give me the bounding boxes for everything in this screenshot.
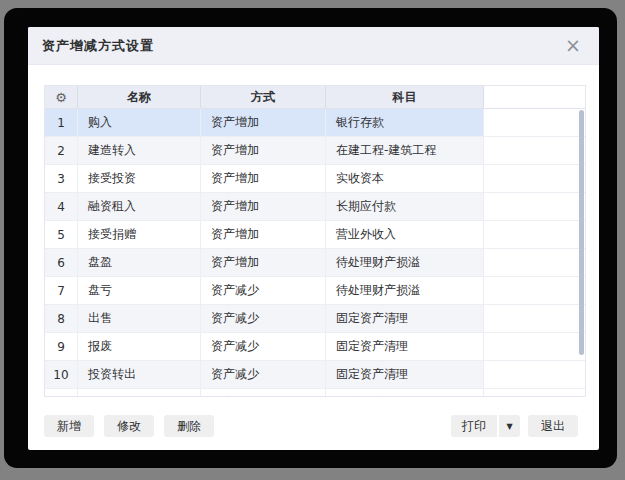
asset-method-table: ⚙ 名称 方式 科目 1 购入 资产增加 银行存款 2 建造转入 资产增加 在建… bbox=[44, 85, 586, 397]
cell-subject: 固定资产清理 bbox=[326, 305, 484, 332]
cell-name: 盘盈 bbox=[78, 249, 201, 276]
cell-filler bbox=[484, 361, 585, 388]
row-number: 11 bbox=[45, 389, 78, 397]
column-header-method: 方式 bbox=[201, 86, 326, 108]
exit-button[interactable]: 退出 bbox=[528, 415, 578, 437]
row-number: 5 bbox=[45, 221, 78, 248]
footer-left-buttons: 新增 修改 删除 bbox=[44, 415, 214, 437]
cell-filler bbox=[484, 277, 585, 304]
chevron-down-icon: ▼ bbox=[506, 422, 512, 431]
cell-method: 资产减少 bbox=[201, 277, 326, 304]
cell-subject: 固定资产清理 bbox=[326, 333, 484, 360]
table-row[interactable]: 5 接受捐赠 资产增加 营业外收入 bbox=[45, 221, 585, 249]
print-button[interactable]: 打印 bbox=[451, 415, 497, 437]
column-settings-button[interactable]: ⚙ bbox=[45, 86, 78, 108]
table-row[interactable]: 10 投资转出 资产减少 固定资产清理 bbox=[45, 361, 585, 389]
row-number: 10 bbox=[45, 361, 78, 388]
row-number: 1 bbox=[45, 109, 78, 136]
cell-name: 建造转入 bbox=[78, 137, 201, 164]
delete-button[interactable]: 删除 bbox=[164, 415, 214, 437]
cell-subject: 待处理财产损溢 bbox=[326, 249, 484, 276]
row-number: 2 bbox=[45, 137, 78, 164]
cell-filler bbox=[484, 305, 585, 332]
cell-name: 对外捐赠 bbox=[78, 389, 201, 397]
cell-filler bbox=[484, 165, 585, 192]
cell-filler bbox=[484, 109, 585, 136]
cell-method: 资产增加 bbox=[201, 109, 326, 136]
cell-filler bbox=[484, 221, 585, 248]
cell-method: 资产增加 bbox=[201, 137, 326, 164]
cell-method: 资产增加 bbox=[201, 249, 326, 276]
cell-method: 资产减少 bbox=[201, 389, 326, 397]
cell-subject: 长期应付款 bbox=[326, 193, 484, 220]
dialog-footer: 新增 修改 删除 打印 ▼ 退出 bbox=[28, 413, 599, 439]
vertical-scrollbar-thumb[interactable] bbox=[579, 110, 584, 355]
table-row[interactable]: 1 购入 资产增加 银行存款 bbox=[45, 109, 585, 137]
screen: { "dialog": { "title": "资产增减方式设置" }, "ic… bbox=[0, 0, 625, 480]
cell-filler bbox=[484, 249, 585, 276]
cell-method: 资产减少 bbox=[201, 305, 326, 332]
cell-subject: 固定资产清理 bbox=[326, 361, 484, 388]
row-number: 3 bbox=[45, 165, 78, 192]
close-icon[interactable]: × bbox=[561, 34, 585, 57]
table-row[interactable]: 11 对外捐赠 资产减少 固定资产清理 bbox=[45, 389, 585, 397]
asset-method-settings-dialog: 资产增减方式设置 × ⚙ 名称 方式 科目 1 购入 资产增加 银行存款 2 建… bbox=[28, 27, 599, 450]
table-row[interactable]: 6 盘盈 资产增加 待处理财产损溢 bbox=[45, 249, 585, 277]
cell-filler bbox=[484, 137, 585, 164]
print-split-button: 打印 ▼ bbox=[451, 415, 520, 437]
cell-method: 资产减少 bbox=[201, 333, 326, 360]
row-number: 8 bbox=[45, 305, 78, 332]
gear-icon: ⚙ bbox=[55, 91, 67, 104]
cell-filler bbox=[484, 389, 585, 397]
cell-subject: 银行存款 bbox=[326, 109, 484, 136]
modify-button[interactable]: 修改 bbox=[104, 415, 154, 437]
table-row[interactable]: 7 盘亏 资产减少 待处理财产损溢 bbox=[45, 277, 585, 305]
cell-method: 资产增加 bbox=[201, 221, 326, 248]
cell-name: 出售 bbox=[78, 305, 201, 332]
footer-right-buttons: 打印 ▼ 退出 bbox=[451, 415, 578, 437]
table-body: 1 购入 资产增加 银行存款 2 建造转入 资产增加 在建工程-建筑工程 3 接… bbox=[45, 109, 585, 397]
row-number: 6 bbox=[45, 249, 78, 276]
cell-name: 融资租入 bbox=[78, 193, 201, 220]
column-header-filler bbox=[484, 86, 585, 108]
cell-name: 接受投资 bbox=[78, 165, 201, 192]
add-button[interactable]: 新增 bbox=[44, 415, 94, 437]
cell-name: 购入 bbox=[78, 109, 201, 136]
cell-name: 报废 bbox=[78, 333, 201, 360]
cell-name: 投资转出 bbox=[78, 361, 201, 388]
table-header-row: ⚙ 名称 方式 科目 bbox=[45, 86, 585, 109]
dialog-titlebar: 资产增减方式设置 × bbox=[28, 27, 599, 65]
cell-method: 资产增加 bbox=[201, 165, 326, 192]
row-number: 7 bbox=[45, 277, 78, 304]
table-row[interactable]: 8 出售 资产减少 固定资产清理 bbox=[45, 305, 585, 333]
cell-subject: 实收资本 bbox=[326, 165, 484, 192]
cell-name: 接受捐赠 bbox=[78, 221, 201, 248]
column-header-name: 名称 bbox=[78, 86, 201, 108]
cell-subject: 在建工程-建筑工程 bbox=[326, 137, 484, 164]
cell-method: 资产减少 bbox=[201, 361, 326, 388]
table-row[interactable]: 2 建造转入 资产增加 在建工程-建筑工程 bbox=[45, 137, 585, 165]
table-row[interactable]: 4 融资租入 资产增加 长期应付款 bbox=[45, 193, 585, 221]
cell-subject: 固定资产清理 bbox=[326, 389, 484, 397]
column-header-subject: 科目 bbox=[326, 86, 484, 108]
cell-filler bbox=[484, 193, 585, 220]
print-dropdown-button[interactable]: ▼ bbox=[499, 415, 520, 437]
cell-subject: 营业外收入 bbox=[326, 221, 484, 248]
table-row[interactable]: 9 报废 资产减少 固定资产清理 bbox=[45, 333, 585, 361]
cell-name: 盘亏 bbox=[78, 277, 201, 304]
cell-filler bbox=[484, 333, 585, 360]
table-row[interactable]: 3 接受投资 资产增加 实收资本 bbox=[45, 165, 585, 193]
cell-method: 资产增加 bbox=[201, 193, 326, 220]
row-number: 4 bbox=[45, 193, 78, 220]
cell-subject: 待处理财产损溢 bbox=[326, 277, 484, 304]
row-number: 9 bbox=[45, 333, 78, 360]
dialog-title: 资产增减方式设置 bbox=[42, 37, 154, 55]
